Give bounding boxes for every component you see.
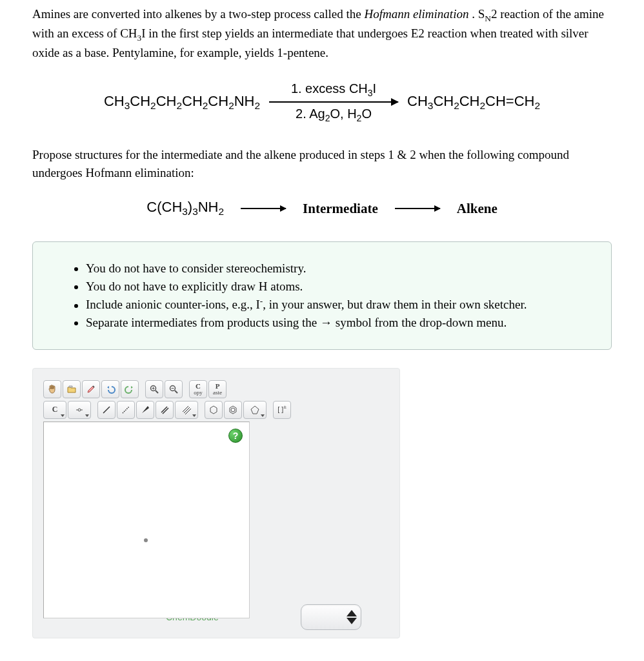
wedge-bond-button[interactable] xyxy=(136,401,154,419)
alkene-label: Alkene xyxy=(457,199,498,218)
intro-italic: Hofmann elimination xyxy=(364,7,468,21)
chevron-down-icon xyxy=(61,414,65,417)
double-bond-button[interactable] xyxy=(156,401,174,419)
chevron-down-icon xyxy=(85,414,89,417)
atom-tool-button[interactable] xyxy=(68,401,91,419)
svg-point-7 xyxy=(78,409,81,411)
svg-marker-21 xyxy=(251,406,259,414)
hand-tool-button[interactable] xyxy=(43,380,61,398)
svg-point-20 xyxy=(231,408,235,412)
svg-line-11 xyxy=(123,407,129,413)
help-button[interactable]: ? xyxy=(228,429,243,443)
canvas-start-dot-icon xyxy=(144,538,148,542)
undo-button[interactable] xyxy=(101,380,119,398)
hint-item: You do not have to consider stereochemis… xyxy=(86,260,589,277)
sn2-sub: N xyxy=(485,14,491,23)
svg-marker-12 xyxy=(142,406,149,413)
hint-item: Separate intermediates from products usi… xyxy=(86,314,589,331)
pencil-tool-button[interactable] xyxy=(82,380,100,398)
arrow-icon xyxy=(395,208,440,209)
svg-line-1 xyxy=(156,391,158,393)
benzene-button[interactable] xyxy=(224,401,242,419)
cyclohexane-button[interactable] xyxy=(205,401,223,419)
reaction-arrow: 1. excess CH3I 2. Ag2O, H2O xyxy=(269,77,398,127)
svg-marker-18 xyxy=(210,406,217,414)
reactant-formula: CH3CH2CH2CH2CH2NH2 xyxy=(104,91,260,114)
hint-item: You do not have to explicitly draw H ato… xyxy=(86,278,589,295)
element-picker-button[interactable]: C xyxy=(43,401,66,419)
zoom-in-button[interactable] xyxy=(145,380,163,398)
copy-button[interactable]: C opy xyxy=(189,380,207,398)
chemdoodle-sketcher: C opy P aste C xyxy=(32,368,400,638)
intermediate-label: Intermediate xyxy=(303,199,378,218)
svg-line-15 xyxy=(183,406,188,412)
question-text: Propose structures for the intermediate … xyxy=(32,146,612,181)
intro-paragraph: Amines are converted into alkenes by a t… xyxy=(32,5,612,62)
intro-text: . S xyxy=(472,7,485,21)
stepper-down-button[interactable] xyxy=(347,618,357,624)
svg-line-10 xyxy=(103,407,110,413)
svg-line-17 xyxy=(185,409,191,414)
svg-line-16 xyxy=(184,407,190,413)
triple-bond-button[interactable] xyxy=(175,401,198,419)
reaction-scheme-example: CH3CH2CH2CH2CH2NH2 1. excess CH3I 2. Ag2… xyxy=(32,77,612,127)
redo-button[interactable] xyxy=(121,380,139,398)
arrow-icon xyxy=(241,208,286,209)
charge-button[interactable]: [ ]± xyxy=(273,401,291,419)
condition-1: 1. excess CH3I xyxy=(291,77,376,101)
stepper-up-button[interactable] xyxy=(347,610,357,616)
condition-2: 2. Ag2O, H2O xyxy=(296,103,372,127)
ring-picker-button[interactable] xyxy=(243,401,267,419)
chevron-down-icon xyxy=(261,414,265,417)
svg-line-5 xyxy=(175,391,177,393)
single-bond-button[interactable] xyxy=(97,401,116,419)
zoom-out-button[interactable] xyxy=(165,380,183,398)
product-formula: CH3CH2CH2CH=CH2 xyxy=(407,91,540,114)
open-tool-button[interactable] xyxy=(63,380,81,398)
instruction-box: You do not have to consider stereochemis… xyxy=(32,241,612,350)
intro-text: Amines are converted into alkenes by a t… xyxy=(32,7,364,21)
chevron-down-icon xyxy=(192,414,196,417)
starting-material: C(CH3)3NH2 xyxy=(146,197,224,219)
arrow-line-icon xyxy=(269,101,398,103)
paste-button[interactable]: P aste xyxy=(208,380,226,398)
hint-item: Include anionic counter-ions, e.g., I-, … xyxy=(86,296,589,313)
drawing-canvas[interactable]: ? xyxy=(43,422,250,618)
toolbar-row-1: C opy P aste xyxy=(43,380,389,398)
reaction-scheme-question: C(CH3)3NH2 Intermediate Alkene xyxy=(32,197,612,219)
molecule-stepper[interactable] xyxy=(301,604,361,630)
toolbar-row-2: C xyxy=(43,401,389,419)
recessed-bond-button[interactable] xyxy=(117,401,135,419)
